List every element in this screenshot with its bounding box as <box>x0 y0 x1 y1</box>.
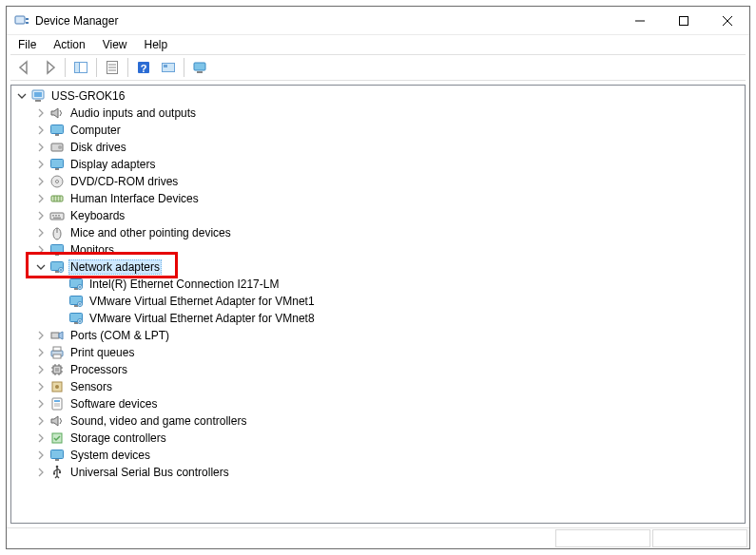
chevron-right-icon[interactable] <box>34 397 48 411</box>
network-icon <box>49 259 65 275</box>
tree-root-label: USS-GROK16 <box>49 89 126 103</box>
chevron-right-icon[interactable] <box>34 449 48 462</box>
statusbar <box>7 527 749 548</box>
chevron-right-icon[interactable] <box>34 192 48 205</box>
tree-node-system-devices[interactable]: System devices <box>30 447 745 464</box>
chevron-right-icon[interactable] <box>34 414 48 428</box>
monitor-icon <box>49 123 65 138</box>
tree-node-disk-drives[interactable]: Disk drives <box>30 139 745 156</box>
tree-node-label: Mice and other pointing devices <box>68 226 233 239</box>
tree-node-display-adapters[interactable]: Display adapters <box>30 156 745 173</box>
menu-help[interactable]: Help <box>137 37 176 52</box>
svg-rect-42 <box>55 254 59 256</box>
tree-node-intel-r-ethernet-connection-i217-lm[interactable]: Intel(R) Ethernet Connection I217-LM <box>49 276 745 293</box>
nav-back-button[interactable] <box>13 57 36 78</box>
chevron-right-icon[interactable] <box>34 141 48 154</box>
toolbar-separator <box>184 58 184 77</box>
tree-node-label: Sound, video and game controllers <box>68 414 248 428</box>
status-cell <box>555 529 650 547</box>
svg-rect-57 <box>53 347 61 351</box>
tree-node-storage-controllers[interactable]: Storage controllers <box>30 430 745 447</box>
svg-point-78 <box>56 466 59 469</box>
help-button[interactable]: ? <box>132 57 155 78</box>
chevron-right-icon[interactable] <box>34 243 48 257</box>
menu-view[interactable]: View <box>95 37 135 52</box>
tree-node-dvd-cd-rom-drives[interactable]: DVD/CD-ROM drives <box>30 173 745 190</box>
svg-rect-22 <box>51 125 64 134</box>
show-hide-tree-button[interactable] <box>69 57 92 78</box>
tree-node-computer[interactable]: Computer <box>30 122 745 139</box>
chevron-down-icon[interactable] <box>15 89 29 103</box>
close-button[interactable] <box>706 7 749 34</box>
device-tree-panel[interactable]: USS-GROK16Audio inputs and outputsComput… <box>10 85 746 524</box>
tree-node-label: Processors <box>68 363 129 376</box>
chevron-down-icon[interactable] <box>34 260 48 274</box>
svg-rect-20 <box>34 92 42 97</box>
svg-point-80 <box>59 471 61 473</box>
tree-node-monitors[interactable]: Monitors <box>30 241 745 258</box>
minimize-button[interactable] <box>618 7 662 34</box>
chevron-right-icon[interactable] <box>34 106 48 120</box>
toolbar: ? <box>10 54 746 81</box>
chevron-right-icon[interactable] <box>34 175 48 188</box>
chevron-right-icon[interactable] <box>34 346 48 359</box>
tree-node-ports-com-lpt[interactable]: Ports (COM & LPT) <box>30 327 745 344</box>
chevron-right-icon[interactable] <box>34 226 48 239</box>
svg-rect-72 <box>54 400 60 402</box>
properties-button[interactable] <box>101 57 124 78</box>
tree-node-processors[interactable]: Processors <box>30 361 745 378</box>
svg-rect-8 <box>75 63 80 73</box>
chevron-right-icon[interactable] <box>34 209 48 222</box>
tree-node-label: Monitors <box>68 243 116 257</box>
tree-node-label: Intel(R) Ethernet Connection I217-LM <box>87 278 281 291</box>
svg-rect-60 <box>55 368 59 372</box>
tree-node-audio-inputs-and-outputs[interactable]: Audio inputs and outputs <box>30 105 745 122</box>
tree-node-print-queues[interactable]: Print queues <box>30 344 745 361</box>
tree-node-label: Disk drives <box>68 141 128 154</box>
chevron-right-icon[interactable] <box>34 380 48 393</box>
tree-node-label: Keyboards <box>68 209 126 222</box>
svg-rect-38 <box>53 218 61 220</box>
devices-view-button[interactable] <box>188 57 211 78</box>
nav-forward-button[interactable] <box>38 57 61 78</box>
chevron-right-icon[interactable] <box>34 158 48 171</box>
tree-node-sensors[interactable]: Sensors <box>30 378 745 395</box>
tree-node-human-interface-devices[interactable]: Human Interface Devices <box>30 190 745 207</box>
tree-node-universal-serial-bus-controllers[interactable]: Universal Serial Bus controllers <box>30 464 745 481</box>
mouse-icon <box>49 225 65 240</box>
tree-node-software-devices[interactable]: Software devices <box>30 395 745 412</box>
app-icon <box>14 13 29 29</box>
chevron-right-icon[interactable] <box>34 431 48 445</box>
svg-rect-18 <box>197 71 203 73</box>
svg-rect-4 <box>680 16 688 25</box>
tree-node-network-adapters[interactable]: Network adapters <box>30 258 745 276</box>
svg-rect-0 <box>15 16 25 24</box>
tree-node-label: DVD/CD-ROM drives <box>68 175 180 188</box>
svg-rect-35 <box>52 215 54 217</box>
tree-node-keyboards[interactable]: Keyboards <box>30 207 745 224</box>
svg-rect-17 <box>194 63 205 70</box>
storage-icon <box>49 431 65 446</box>
menubar: File Action View Help <box>7 35 749 54</box>
svg-rect-36 <box>55 215 57 217</box>
chevron-right-icon[interactable] <box>34 329 48 342</box>
scan-hardware-button[interactable] <box>157 57 180 78</box>
tree-node-label: Display adapters <box>68 158 157 171</box>
tree-node-mice-and-other-pointing-devices[interactable]: Mice and other pointing devices <box>30 224 745 241</box>
network-icon <box>68 294 84 309</box>
menu-file[interactable]: File <box>10 37 44 52</box>
chevron-right-icon[interactable] <box>34 363 48 376</box>
network-icon <box>68 311 84 326</box>
tree-root-node[interactable]: USS-GROK16 <box>11 87 745 105</box>
chevron-right-icon[interactable] <box>34 466 48 479</box>
computer-icon <box>30 88 46 104</box>
svg-rect-55 <box>51 333 59 338</box>
maximize-button[interactable] <box>662 7 706 34</box>
menu-action[interactable]: Action <box>46 37 92 52</box>
tree-node-vmware-virtual-ethernet-adapter-for-vmnet1[interactable]: VMware Virtual Ethernet Adapter for VMne… <box>49 293 745 310</box>
chevron-right-icon[interactable] <box>34 124 48 137</box>
svg-point-29 <box>56 181 59 183</box>
tree-node-label: Sensors <box>68 380 114 393</box>
tree-node-vmware-virtual-ethernet-adapter-for-vmnet8[interactable]: VMware Virtual Ethernet Adapter for VMne… <box>49 310 745 327</box>
tree-node-sound-video-and-game-controllers[interactable]: Sound, video and game controllers <box>30 412 745 430</box>
